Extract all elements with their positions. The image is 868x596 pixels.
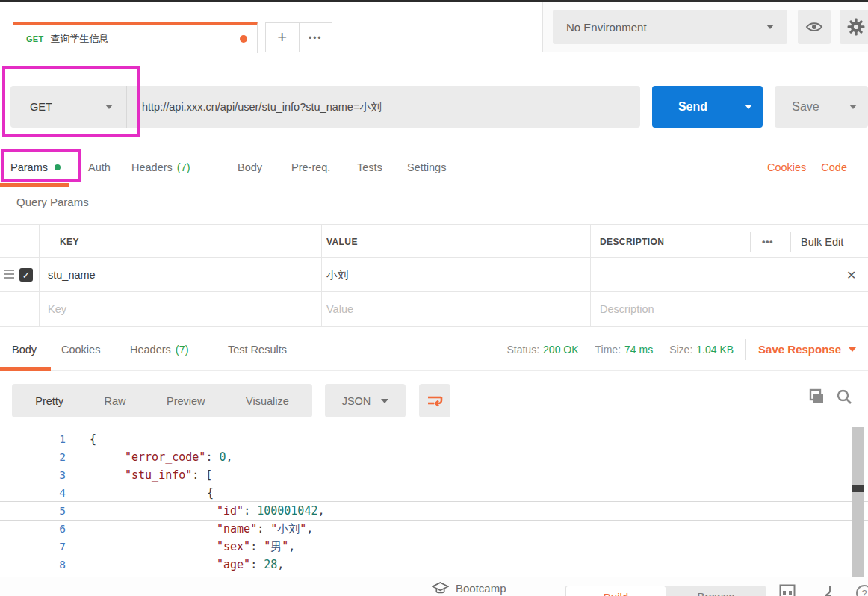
- chevron-down-icon: [849, 347, 856, 352]
- cookies-link[interactable]: Cookies: [767, 161, 806, 173]
- bootcamp-button[interactable]: Bootcamp: [432, 582, 506, 595]
- search-icon: [836, 388, 853, 406]
- request-tab-title: 查询学生信息: [51, 32, 109, 46]
- copy-button[interactable]: [807, 388, 825, 409]
- format-selector[interactable]: JSON: [325, 384, 406, 417]
- delete-param-button[interactable]: ✕: [846, 258, 856, 292]
- code-line-7[interactable]: 7"sex": "男",: [0, 538, 868, 556]
- console-icon: [822, 584, 837, 596]
- send-options-button[interactable]: [734, 86, 763, 128]
- time-label: Time:: [595, 344, 621, 356]
- tab-headers-count: (7): [177, 161, 190, 173]
- new-key-input[interactable]: Key: [48, 292, 66, 326]
- tab-settings[interactable]: Settings: [407, 147, 446, 187]
- browse-segment[interactable]: Browse: [666, 586, 766, 596]
- request-tab-method: GET: [26, 34, 44, 43]
- chevron-down-icon: [766, 25, 774, 29]
- code-link[interactable]: Code: [821, 161, 847, 173]
- line-number: 4: [0, 484, 66, 502]
- request-tabs: Params Auth Headers (7) Body Pre-req. Te…: [0, 147, 868, 187]
- save-response-button[interactable]: Save Response: [758, 343, 856, 356]
- column-header-description: DESCRIPTION: [600, 225, 664, 258]
- save-options-button[interactable]: [837, 86, 868, 128]
- search-button[interactable]: [836, 388, 853, 409]
- line-number: 7: [0, 538, 66, 556]
- params-active-dot: [55, 164, 61, 170]
- method-selector[interactable]: GET: [10, 86, 127, 128]
- save-response-label: Save Response: [758, 343, 841, 356]
- scrollbar[interactable]: [852, 427, 864, 577]
- line-number: 1: [0, 430, 66, 448]
- tab-auth[interactable]: Auth: [88, 147, 111, 187]
- tab-prerequest-label: Pre-req.: [291, 161, 330, 173]
- save-button[interactable]: Save: [775, 86, 837, 128]
- new-tab-button[interactable]: +: [266, 22, 299, 52]
- format-selected-label: JSON: [342, 395, 371, 407]
- response-body-viewer: 1{2"error_code": 0,3"stu_info": [4{5"id"…: [0, 426, 868, 577]
- param-key-input[interactable]: stu_name: [48, 258, 96, 292]
- url-builder: GET http://api.xxx.cn/api/user/stu_info?…: [0, 52, 868, 147]
- new-description-input[interactable]: Description: [600, 292, 654, 326]
- tab-prerequest[interactable]: Pre-req.: [291, 147, 330, 187]
- view-mode-raw[interactable]: Raw: [97, 395, 134, 407]
- view-mode-visualize[interactable]: Visualize: [238, 395, 297, 407]
- size-label: Size:: [669, 344, 692, 356]
- tab-actions: + •••: [265, 22, 332, 53]
- view-mode-group: Pretty Raw Preview Visualize: [12, 384, 312, 417]
- tab-tests[interactable]: Tests: [357, 147, 382, 187]
- response-tab-test-results[interactable]: Test Results: [228, 327, 287, 371]
- bulk-edit-link[interactable]: Bulk Edit: [801, 225, 843, 258]
- tab-headers[interactable]: Headers (7): [131, 147, 190, 187]
- settings-button[interactable]: [840, 10, 868, 44]
- url-input[interactable]: http://api.xxx.cn/api/user/stu_info?stu_…: [142, 100, 381, 114]
- table-header-row: KEY VALUE DESCRIPTION ••• Bulk Edit: [0, 224, 868, 258]
- wrap-lines-button[interactable]: [419, 384, 450, 417]
- params-menu-button[interactable]: •••: [762, 225, 773, 258]
- graduation-cap-icon: [432, 582, 449, 595]
- code-line-4[interactable]: 4{: [0, 484, 868, 502]
- code-line-2[interactable]: 2"error_code": 0,: [0, 448, 868, 466]
- build-segment[interactable]: Build: [565, 586, 666, 596]
- url-pill: GET http://api.xxx.cn/api/user/stu_info?…: [10, 86, 640, 128]
- send-button-group: Send: [652, 86, 763, 128]
- code-line-6[interactable]: 6"name": "小刘",: [0, 520, 868, 538]
- code-line-3[interactable]: 3"stu_info": [: [0, 466, 868, 484]
- response-header: Body Cookies Headers (7) Test Results St…: [0, 326, 868, 371]
- tab-settings-label: Settings: [407, 161, 446, 173]
- query-params-table: KEY VALUE DESCRIPTION ••• Bulk Edit ✓ st…: [0, 224, 868, 326]
- two-pane-layout-button[interactable]: [779, 584, 796, 596]
- chevron-down-icon: [105, 105, 113, 109]
- line-number: 8: [0, 556, 66, 574]
- tab-params-label: Params: [10, 161, 48, 173]
- chevron-down-icon: [381, 399, 388, 403]
- line-number: 6: [0, 520, 66, 538]
- panes-icon: [779, 584, 796, 596]
- view-mode-pretty[interactable]: Pretty: [28, 395, 71, 407]
- response-tab-cookies[interactable]: Cookies: [61, 327, 100, 371]
- tab-params[interactable]: Params: [10, 147, 61, 187]
- drag-handle-icon[interactable]: [4, 270, 14, 281]
- size-value: 1.04 KB: [696, 344, 734, 356]
- tab-body[interactable]: Body: [238, 147, 262, 187]
- response-tab-body[interactable]: Body: [12, 327, 37, 371]
- environment-quick-look-button[interactable]: [798, 10, 831, 44]
- environment-selected-label: No Environment: [566, 21, 647, 34]
- footer-bar: Bootcamp Build Browse ?: [0, 577, 868, 596]
- environment-selector[interactable]: No Environment: [553, 10, 787, 44]
- code-line-8[interactable]: 8"age": 28,: [0, 556, 868, 574]
- status-value: 200 OK: [543, 344, 578, 356]
- response-tab-headers[interactable]: Headers (7): [130, 327, 189, 371]
- param-value-input[interactable]: 小刘: [326, 258, 348, 292]
- request-tab[interactable]: GET 查询学生信息: [13, 22, 258, 53]
- param-checkbox[interactable]: ✓: [19, 268, 33, 282]
- code-line-5[interactable]: 5"id": 100001042,: [0, 502, 868, 520]
- console-button[interactable]: [822, 584, 837, 596]
- new-value-input[interactable]: Value: [326, 292, 353, 326]
- send-button[interactable]: Send: [652, 86, 734, 128]
- header-divider: [750, 232, 751, 252]
- tab-options-button[interactable]: •••: [299, 23, 332, 52]
- eye-icon: [805, 20, 823, 34]
- code-line-1[interactable]: 1{: [0, 430, 868, 448]
- view-mode-preview[interactable]: Preview: [159, 395, 213, 407]
- help-button[interactable]: ?: [856, 585, 868, 596]
